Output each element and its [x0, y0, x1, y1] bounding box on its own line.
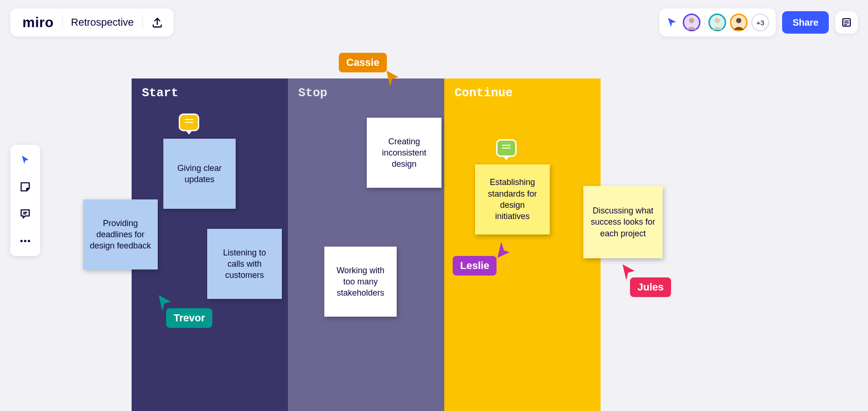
column-heading: Start: [142, 86, 278, 100]
more-tools[interactable]: [16, 232, 35, 250]
column-continue[interactable]: Continue: [444, 78, 601, 411]
retro-board[interactable]: Start Stop Continue: [132, 78, 601, 411]
divider: [62, 15, 63, 29]
sticky-note[interactable]: Discussing what success looks for each p…: [583, 186, 663, 258]
divider: [142, 15, 143, 29]
sticky-note[interactable]: Establishing standards for design initia…: [475, 164, 550, 234]
more-users-badge[interactable]: +3: [751, 14, 769, 31]
comment-tool[interactable]: [16, 205, 35, 223]
sticky-note[interactable]: Giving clear updates: [163, 139, 236, 209]
sticky-note-tool[interactable]: [16, 177, 35, 196]
svg-point-1: [689, 18, 694, 23]
column-heading: Stop: [298, 86, 434, 100]
cursor-label: Jules: [630, 277, 671, 297]
svg-point-2: [715, 18, 720, 23]
avatar[interactable]: [708, 14, 726, 31]
select-tool[interactable]: [16, 150, 35, 169]
sticky-note[interactable]: Working with too many stakeholders: [324, 247, 397, 317]
header-card: miro Retrospective: [10, 8, 174, 36]
follow-cursor-icon[interactable]: [666, 16, 678, 28]
share-button[interactable]: Share: [782, 11, 829, 34]
export-icon[interactable]: [151, 16, 163, 28]
divider: [704, 15, 705, 29]
svg-point-3: [736, 18, 742, 23]
sticky-note[interactable]: Creating inconsistent design: [367, 118, 441, 188]
top-right-cluster: +3 Share: [659, 8, 858, 36]
comment-icon[interactable]: [496, 139, 517, 157]
column-heading: Continue: [455, 86, 590, 100]
sticky-note[interactable]: Providing deadlines for design feedback: [83, 199, 158, 269]
cursor-label: Cassie: [339, 53, 387, 72]
left-toolbar: [10, 145, 40, 256]
sticky-note[interactable]: Listening to calls with customers: [207, 229, 282, 299]
app-logo[interactable]: miro: [22, 14, 54, 30]
avatar-group: +3: [683, 14, 769, 31]
svg-point-11: [24, 240, 27, 242]
cursor-label: Leslie: [453, 256, 497, 276]
board-title[interactable]: Retrospective: [71, 16, 134, 28]
avatar[interactable]: [730, 14, 748, 31]
comment-icon[interactable]: [179, 113, 199, 131]
activity-feed-button[interactable]: [835, 11, 858, 34]
user-cursor-cassie: Cassie: [339, 53, 387, 72]
avatar[interactable]: [683, 14, 700, 31]
presence-card: +3: [659, 8, 776, 36]
svg-point-12: [28, 240, 30, 242]
cursor-label: Trevor: [166, 308, 212, 328]
svg-point-10: [21, 240, 23, 242]
